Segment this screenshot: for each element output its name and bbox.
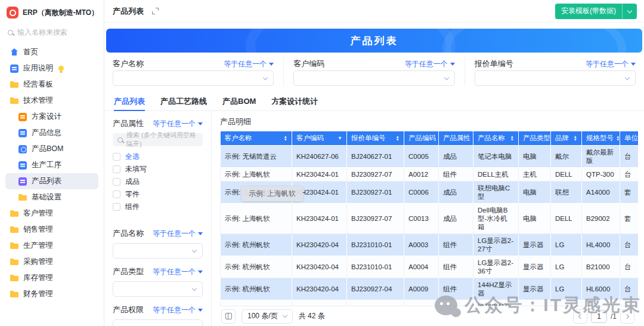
sidebar-item-label: 销售管理 [23,224,53,235]
column-header-content: 品牌▲▼ [555,134,577,143]
sidebar-item-label: 生产管理 [23,241,53,251]
sidebar-item[interactable]: 客户管理 [5,205,98,222]
tab-item[interactable]: 产品BOM [222,92,256,110]
side-filter-group: 产品名称等于任意一个 [113,228,203,259]
sort-down-arrow: ▼ [284,138,287,141]
sidebar-item-label: 经营看板 [23,79,53,90]
side-filter-value-select[interactable] [113,319,203,326]
filter-operator-dropdown[interactable]: 等于任意一个 [224,59,274,69]
filter-row: 客户名称等于任意一个客户编码等于任意一个报价单编号等于任意一个 [104,53,644,92]
prev-page-button[interactable] [573,309,587,324]
checkbox[interactable] [113,178,120,186]
side-filter-operator-dropdown[interactable]: 等于任意一个 [153,267,203,277]
side-filter-value-select[interactable] [113,281,203,297]
table-row[interactable]: 示例: 无锡简道云KH240627-06BJ240627-01C0005成品笔记… [221,145,639,167]
attribute-search-input[interactable]: 搜索 (多个关键词用空格隔开) [113,133,203,146]
table-row[interactable]: 示例: 上海帆软KH230424-01BJ230927-07A0012组件DEL… [221,167,639,181]
install-template-button[interactable]: 安装模板(带数据) [555,4,637,19]
column-header[interactable]: 客户编码▼ [292,131,347,145]
filter-value-select[interactable] [475,70,636,86]
filter-value-select[interactable] [113,70,274,86]
table-row[interactable]: 示例: 杭州帆软KH230420-04BJ231010-01A0004组件LG显… [221,256,639,278]
table-row[interactable]: 示例: 杭州帆软KH230420-04BJ231010-01A0003组件LG显… [221,233,639,256]
sidebar-item[interactable]: 方案设计 [5,109,98,125]
table-row[interactable]: 示例: 上海帆软KH230424-01BJ230927-01C0006成品联想电… [221,181,639,203]
filter-value-select[interactable] [293,70,454,86]
sidebar-item[interactable]: 财务管理 [5,286,98,302]
table-row[interactable]: 示例: 杭州帆软KH230420-04BJ231010-01C0001成品联想电… [221,300,639,306]
app-title: ERP（离散制造-MTO） [23,8,98,18]
sidebar-item[interactable]: 基础设置 [5,189,98,205]
sidebar-item-label: 客户管理 [23,208,53,219]
tab-active[interactable]: 产品列表 [114,92,145,110]
side-filter-header: 产品权限等于任意一个 [113,305,203,315]
sort-down-arrow: ▼ [510,138,514,141]
table-row[interactable]: 示例: 杭州帆软KH230420-04BJ230927-04A0009组件144… [221,278,639,300]
attribute-option[interactable]: 未填写 [113,163,203,176]
column-header[interactable]: 产品名称▲▼ [473,131,519,145]
checkbox[interactable] [113,153,120,161]
column-header[interactable]: 规格型号▲▼ [582,131,620,145]
column-header[interactable]: 单位 [620,131,639,145]
page-size-select[interactable]: 100 条/页 [242,309,293,324]
column-header[interactable]: 产品属性▲▼ [439,131,473,145]
sidebar-item[interactable]: 技术管理 [5,93,98,109]
column-header[interactable]: 品牌▲▼ [551,131,582,145]
side-filter-value-select[interactable] [113,243,203,259]
table-cell: DELL [551,203,582,233]
sidebar-item[interactable]: 销售管理 [5,222,98,238]
sidebar-item[interactable]: 经营看板 [5,76,98,93]
attribute-operator-dropdown[interactable]: 等于任意一个 [153,119,203,129]
side-filter-header: 产品类型等于任意一个 [113,266,203,277]
sidebar-item[interactable]: 采购管理 [5,254,98,270]
sidebar-item[interactable]: 产品信息 [5,125,98,141]
filter-operator-dropdown[interactable]: 等于任意一个 [405,59,455,69]
attribute-option[interactable]: 零件 [113,188,203,201]
column-header[interactable]: 产品编码▲ [404,131,439,145]
sidebar-item[interactable]: 应用说明 [5,60,98,76]
sidebar-item[interactable]: 产品列表 [5,173,98,189]
table-cell: 组件 [439,233,473,256]
column-header-label: 产品属性 [443,134,470,143]
sidebar-search-input[interactable]: 输入名称来搜索 [8,25,97,39]
side-filter-operator-dropdown[interactable]: 等于任意一个 [153,305,203,315]
tab-item[interactable]: 方案设计统计 [271,92,318,110]
table-cell: B29002 [582,203,620,233]
sidebar-item-label: 生产工序 [32,160,61,170]
next-page-button[interactable] [620,309,634,324]
sidebar-item[interactable]: 产品BOM [5,141,98,157]
attribute-option[interactable]: 全选 [113,150,203,163]
tab-item[interactable]: 产品工艺路线 [160,92,207,110]
column-settings-button[interactable] [221,309,236,324]
column-header[interactable]: 报价单编号▲▼ [347,131,404,145]
checkbox[interactable] [113,203,120,211]
sort-down-arrow: ▼ [616,138,620,141]
table-row[interactable]: 示例: 上海帆软KH230424-01BJ230927-07C0013成品Del… [221,203,639,233]
sidebar-item[interactable]: 首页 [5,44,98,60]
app-window: ERP（离散制造-MTO） 输入名称来搜索 首页应用说明经营看板技术管理方案设计… [0,0,644,326]
tab-content: 产品属性 等于任意一个 搜索 (多个关键词用空格隔开) 全选未填写成品零件组件 … [104,111,644,326]
fullscreen-icon[interactable] [152,8,159,14]
attribute-option[interactable]: 成品 [113,176,203,188]
attribute-option-label: 成品 [125,177,140,187]
checkbox[interactable] [113,190,120,198]
chevron-down-icon [444,75,448,79]
total-count: 共 42 条 [299,311,325,321]
sidebar-item[interactable]: 库存管理 [5,270,98,286]
filter-group: 客户编码等于任意一个 [293,57,465,86]
table-area: 产品明细 客户名称▲▼客户编码▼报价单编号▲▼产品编码▲产品属性▲▼产品名称▲▼… [212,111,644,326]
page-controls: 1 /1 [573,309,637,324]
table-cell: HL4000 [582,233,620,256]
attribute-option[interactable]: 组件 [113,201,203,213]
column-header[interactable]: 产品类型▲▼ [519,131,551,145]
checkbox[interactable] [113,165,120,173]
chevron-right-icon [624,313,629,318]
column-header[interactable]: 客户名称▲▼ [221,131,292,145]
table-cell: BJ231010-01 [347,300,404,306]
filter-operator-dropdown[interactable]: 等于任意一个 [586,59,636,69]
page-title-banner: 产品列表 [106,29,642,53]
page-number-input[interactable]: 1 [591,310,607,323]
side-filter-operator-dropdown[interactable]: 等于任意一个 [153,229,203,239]
sidebar-item[interactable]: 生产管理 [5,238,98,254]
sidebar-item[interactable]: 生产工序 [5,157,98,173]
